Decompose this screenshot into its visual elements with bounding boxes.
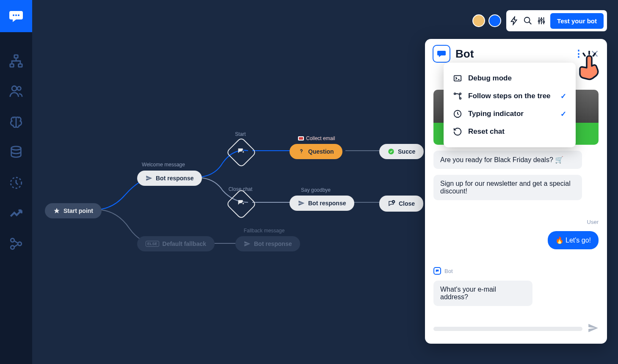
svg-point-24 — [460, 98, 461, 99]
bot-small-icon — [433, 267, 441, 275]
app-logo[interactable] — [0, 0, 32, 32]
mail-icon — [298, 136, 304, 141]
svg-point-2 — [18, 14, 19, 16]
users-icon[interactable] — [8, 84, 24, 99]
svg-rect-4 — [10, 64, 14, 67]
check-icon: ✓ — [560, 110, 566, 119]
branch-icon — [453, 91, 462, 101]
fallback-bot-response-node[interactable]: Bot response — [235, 236, 300, 251]
svg-rect-3 — [14, 55, 18, 58]
start-branch-label: Start — [211, 131, 270, 137]
typing-indicator-option[interactable]: Typing indicator ✓ — [444, 105, 576, 123]
default-fallback-node[interactable]: ELSE Default fallback — [137, 236, 215, 251]
collect-email-label: Collect email — [298, 135, 335, 141]
chat-title: Bot — [455, 47, 474, 61]
else-badge: ELSE — [146, 241, 159, 247]
start-branch-node[interactable] — [226, 137, 257, 168]
svg-point-1 — [15, 14, 17, 16]
chat-options-dropdown: Debug mode Follow steps on the tree ✓ Ty… — [444, 63, 576, 147]
bot-message: What's your e-mail address? — [433, 281, 532, 306]
check-icon: ✓ — [560, 92, 566, 101]
svg-point-7 — [17, 87, 21, 91]
cursor-hand-icon — [574, 51, 608, 85]
debug-mode-option[interactable]: Debug mode — [444, 69, 576, 87]
user-label: User — [433, 219, 599, 225]
node-label: Bot response — [254, 240, 292, 247]
node-label: Question — [308, 148, 334, 155]
clock-icon — [453, 109, 462, 119]
node-label: Succe — [398, 148, 415, 155]
start-point-node[interactable]: Start point — [45, 203, 102, 218]
svg-point-22 — [454, 93, 456, 95]
welcome-bot-response-node[interactable]: Bot response — [137, 171, 202, 186]
integrations-icon[interactable] — [8, 236, 24, 251]
svg-point-19 — [388, 149, 394, 154]
svg-point-11 — [18, 242, 22, 246]
svg-point-0 — [13, 14, 14, 16]
node-label: Default fallback — [163, 240, 206, 247]
analytics-icon[interactable] — [8, 206, 24, 221]
bot-message: Sign up for our newsletter and get a spe… — [433, 175, 582, 200]
node-label: Start point — [63, 207, 93, 214]
brain-icon[interactable] — [8, 114, 24, 130]
sidebar — [0, 0, 32, 364]
svg-point-6 — [12, 86, 17, 91]
close-node[interactable]: Close — [379, 196, 423, 212]
bot-message: Are you ready for Black Friday deals? 🛒 — [433, 151, 582, 169]
flow-icon[interactable] — [8, 53, 24, 69]
svg-rect-21 — [454, 76, 461, 81]
goodbye-bot-response-node[interactable]: Bot response — [290, 196, 354, 211]
say-goodbye-label: Say goodbye — [286, 187, 345, 193]
chat-input-row — [425, 316, 607, 344]
question-node[interactable]: Question — [290, 144, 342, 159]
svg-rect-5 — [19, 64, 22, 67]
success-node[interactable]: Succe — [379, 144, 424, 159]
send-button[interactable] — [588, 323, 599, 335]
reset-chat-option[interactable]: Reset chat — [444, 123, 576, 141]
node-label: Bot response — [308, 200, 346, 207]
reset-icon — [453, 127, 462, 136]
user-message: 🔥 Let's go! — [548, 231, 599, 249]
terminal-icon — [453, 74, 462, 83]
svg-point-10 — [11, 238, 14, 242]
svg-point-23 — [460, 93, 461, 95]
bot-avatar — [433, 45, 450, 63]
node-label: Bot response — [156, 175, 193, 182]
history-icon[interactable] — [8, 175, 24, 190]
svg-point-12 — [11, 245, 14, 249]
database-icon[interactable] — [8, 145, 24, 160]
chat-input[interactable] — [433, 327, 582, 331]
welcome-message-label: Welcome message — [134, 162, 193, 168]
fallback-message-label: Fallback message — [235, 228, 294, 234]
close-branch-node[interactable] — [226, 188, 257, 220]
follow-steps-option[interactable]: Follow steps on the tree ✓ — [444, 87, 576, 105]
bot-label: Bot — [444, 268, 453, 274]
svg-point-8 — [11, 146, 21, 150]
node-label: Close — [399, 200, 415, 207]
